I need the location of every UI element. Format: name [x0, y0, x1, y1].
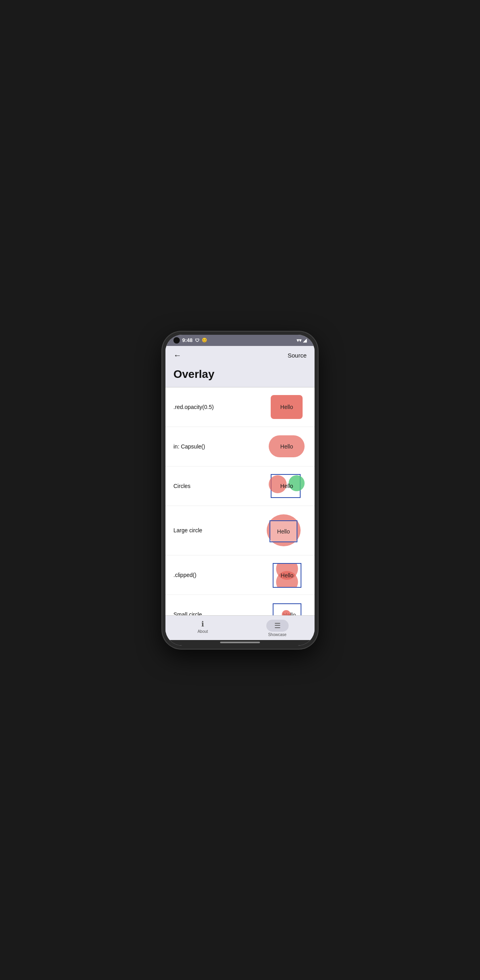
back-button[interactable]: ←	[173, 351, 181, 360]
item-label-large-circle: Large circle	[173, 527, 263, 533]
list-item: Circles Hello	[165, 466, 315, 506]
hello-text-red-opacity: Hello	[280, 404, 293, 410]
demo-small-circle-area: Hello	[267, 601, 307, 615]
demo-large-circle-area: Hello	[263, 512, 307, 549]
page-title: Overlay	[173, 368, 214, 380]
list-item: in: Capsule() Hello	[165, 427, 315, 466]
bottom-nav: ℹ About ☰ Showcase	[165, 615, 315, 640]
hello-text-large-circle: Hello	[277, 528, 290, 535]
status-icons: ▾▾ ◢	[297, 338, 307, 343]
status-bar: 9:48 🛡 😊 ▾▾ ◢	[165, 335, 315, 346]
home-bar	[220, 642, 260, 643]
demo-red-opacity: Hello	[267, 393, 307, 421]
camera-dot	[173, 337, 180, 344]
nav-item-about[interactable]: ℹ About	[165, 618, 240, 638]
showcase-active-bg: ☰	[266, 620, 289, 632]
demo-large-circle-box: Hello	[265, 512, 305, 548]
hello-text-capsule: Hello	[280, 443, 293, 450]
app-content: ← Source Overlay .red.opacity(0.5) Hello	[165, 346, 315, 640]
signal-icon: ◢	[303, 338, 307, 343]
hello-text-clipped: Hello	[281, 572, 293, 579]
item-label-capsule: in: Capsule()	[173, 443, 267, 450]
header: ← Source	[165, 346, 315, 366]
item-label-circles: Circles	[173, 483, 267, 489]
item-label-clipped: .clipped()	[173, 572, 267, 578]
hello-text-circles: Hello	[280, 483, 293, 489]
showcase-icon: ☰	[274, 622, 281, 630]
demo-clipped-area: Hello	[267, 561, 307, 589]
demo-small-circle-box: Hello	[271, 601, 303, 615]
demo-circles-area: Hello	[267, 472, 307, 500]
demo-circles-box: Hello	[269, 472, 305, 500]
demo-capsule-area: Hello	[267, 433, 307, 460]
status-time: 9:48	[182, 337, 193, 343]
demo-clipped-box: Hello	[271, 561, 303, 589]
list-item: Small circle Hello	[165, 595, 315, 615]
wifi-icon: ▾▾	[297, 338, 301, 343]
item-label-red-opacity: .red.opacity(0.5)	[173, 404, 267, 410]
list-container[interactable]: .red.opacity(0.5) Hello in: Capsule() He…	[165, 387, 315, 615]
phone-screen: 9:48 🛡 😊 ▾▾ ◢ ← Source Overlay	[165, 335, 315, 646]
status-left: 9:48 🛡 😊	[173, 337, 207, 344]
large-circle-rect: Hello	[270, 520, 297, 542]
home-indicator	[165, 640, 315, 646]
smiley-icon: 😊	[202, 338, 207, 343]
clipped-rect: Hello	[273, 563, 301, 588]
source-button[interactable]: Source	[287, 352, 307, 359]
demo-red-opacity-box: Hello	[271, 395, 303, 419]
item-label-small-circle: Small circle	[173, 611, 267, 615]
demo-capsule-box: Hello	[269, 435, 305, 457]
list-item: .clipped() Hello	[165, 555, 315, 595]
list-item: Large circle Hello	[165, 506, 315, 555]
page-title-container: Overlay	[165, 366, 315, 387]
showcase-label: Showcase	[268, 632, 286, 637]
nav-item-showcase[interactable]: ☰ Showcase	[240, 618, 315, 638]
about-icon: ℹ	[201, 620, 204, 628]
about-label: About	[197, 629, 208, 634]
shield-icon: 🛡	[195, 338, 199, 343]
phone-frame: 9:48 🛡 😊 ▾▾ ◢ ← Source Overlay	[162, 332, 318, 649]
list-item: .red.opacity(0.5) Hello	[165, 387, 315, 427]
